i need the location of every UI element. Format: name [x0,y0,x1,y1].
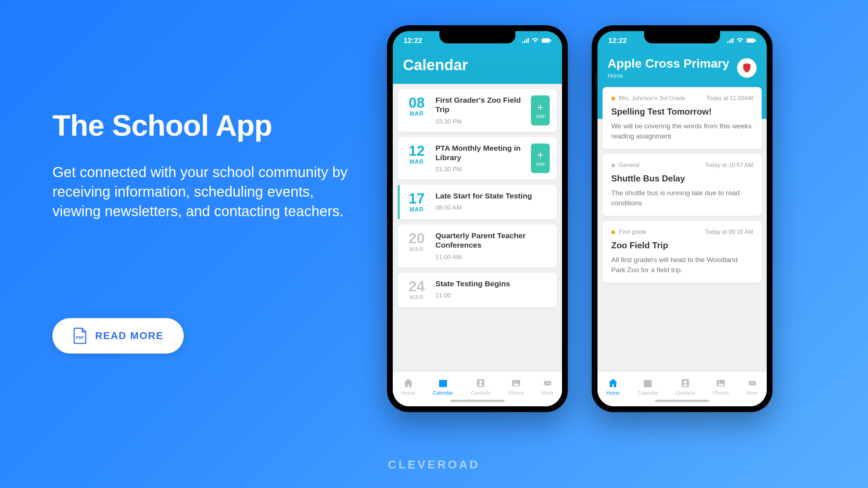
event-date: 12MAR [405,144,428,165]
contacts-icon [475,378,486,389]
svg-rect-4 [439,380,447,382]
phone-notch [439,31,515,43]
phone-notch [644,31,720,43]
tab-label: Photos [713,390,729,396]
add-button[interactable]: +Add [531,144,550,174]
more-icon [747,378,758,389]
signal-icon [522,38,529,43]
post-card[interactable]: Mrs. Johnson's 3rd GradeToday at 11:00AM… [603,87,762,149]
tab-label: Contacts [676,390,695,396]
tab-more[interactable]: More [746,378,758,396]
post-body: The shuttle bus is running late due to r… [611,188,753,208]
post-title: Spelling Test Tomorrow! [611,107,753,117]
tab-label: Home [606,390,620,396]
hero: The School App Get connected with your s… [52,108,349,221]
wifi-icon [736,38,744,43]
event-time: 01:30 PM [435,166,524,173]
svg-point-23 [752,383,753,384]
tab-contacts[interactable]: Contacts [676,378,695,396]
event-time: 11:00 AM [435,254,550,261]
event-body: Late Start for State Testing08:00 AM [435,191,550,211]
add-button[interactable]: +Add [531,95,550,125]
event-card[interactable]: 17MARLate Start for State Testing08:00 A… [398,185,557,219]
svg-text:PDF: PDF [76,335,84,340]
svg-point-24 [753,383,754,384]
calendar-icon [642,378,653,389]
shield-icon [741,63,752,73]
phone-calendar: 12:22 Calendar 08MARFirst Grader's Zoo F… [387,25,568,412]
photos-icon [715,378,726,389]
event-title: First Grader's Zoo Field Trip [435,95,524,115]
category-dot-icon [611,163,615,167]
svg-rect-2 [550,39,551,42]
tab-label: Home [401,390,415,396]
post-category: Mrs. Johnson's 3rd Grade [611,95,685,102]
battery-icon [746,38,756,43]
breadcrumb: Home [608,73,729,79]
tab-calendar[interactable]: Calendar [637,378,658,396]
svg-point-22 [750,383,751,384]
event-card[interactable]: 08MARFirst Grader's Zoo Field Trip03:30 … [398,89,557,132]
tab-label: More [746,390,758,396]
post-title: Zoo Field Trip [611,240,753,251]
post-card[interactable]: GeneralToday at 10:57 AMShuttle Bus Dela… [603,154,762,216]
event-date: 24MAR [405,279,428,301]
svg-rect-16 [644,380,652,382]
svg-point-6 [479,381,482,384]
home-icon [403,378,414,389]
home-indicator [655,400,709,402]
tab-calendar[interactable]: Calendar [433,378,453,396]
read-more-button[interactable]: PDF READ MORE [52,318,184,354]
event-card[interactable]: 12MARPTA Monthly Meeting in Library01:30… [398,137,557,180]
event-title: State Testing Begins [435,279,550,288]
event-card[interactable]: 20MARQuarterly Parent Teacher Conference… [398,224,557,267]
status-time: 12:22 [404,37,422,45]
tab-more[interactable]: More [542,378,553,396]
event-body: Quarterly Parent Teacher Conferences11:0… [435,231,550,261]
event-body: State Testing Begins11:00 [435,279,550,299]
post-category: General [611,162,639,168]
post-category: First grade [611,229,646,235]
event-list: 08MARFirst Grader's Zoo Field Trip03:30 … [393,89,562,307]
school-avatar[interactable] [737,58,757,78]
home-indicator [450,400,505,402]
svg-point-18 [684,381,687,384]
event-title: PTA Monthly Meeting in Library [435,144,524,163]
tab-label: Contacts [471,390,491,396]
event-date: 20MAR [405,231,428,253]
event-body: First Grader's Zoo Field Trip03:30 PM [435,95,524,125]
home-icon [608,378,618,389]
tab-label: Photos [509,390,524,396]
event-time: 03:30 PM [435,118,524,125]
svg-point-11 [547,383,548,384]
event-date: 17MAR [405,191,428,213]
event-body: PTA Monthly Meeting in Library01:30 PM [435,144,524,174]
school-title: Apple Cross Primary [608,56,729,70]
status-icons [727,38,756,43]
post-time: Today at 11:00AM [706,95,753,102]
tab-contacts[interactable]: Contacts [471,378,491,396]
status-time: 12:22 [608,37,627,45]
phone-feed: 12:22 Apple Cross Primary Home Mrs. John… [592,25,773,412]
event-title: Quarterly Parent Teacher Conferences [435,231,550,250]
contacts-icon [680,378,691,389]
svg-point-12 [548,383,549,384]
svg-point-20 [719,381,720,383]
tab-home[interactable]: Home [401,378,415,396]
tab-photos[interactable]: Photos [509,378,524,396]
event-date: 08MAR [405,95,428,117]
post-card[interactable]: First gradeToday at 09:18 AMZoo Field Tr… [603,221,762,283]
event-title: Late Start for State Testing [435,191,550,201]
svg-rect-13 [746,38,754,43]
tab-photos[interactable]: Photos [713,378,729,396]
post-body: We will be covering the words from this … [611,121,753,141]
tab-label: More [542,390,553,396]
event-card[interactable]: 24MARState Testing Begins11:00 [398,273,557,307]
plus-icon: + [537,150,544,160]
post-time: Today at 09:18 AM [705,229,753,235]
post-time: Today at 10:57 AM [705,162,753,168]
tab-label: Calendar [637,390,658,396]
photos-icon [511,378,522,389]
calendar-icon [438,378,448,389]
tab-home[interactable]: Home [606,378,620,396]
